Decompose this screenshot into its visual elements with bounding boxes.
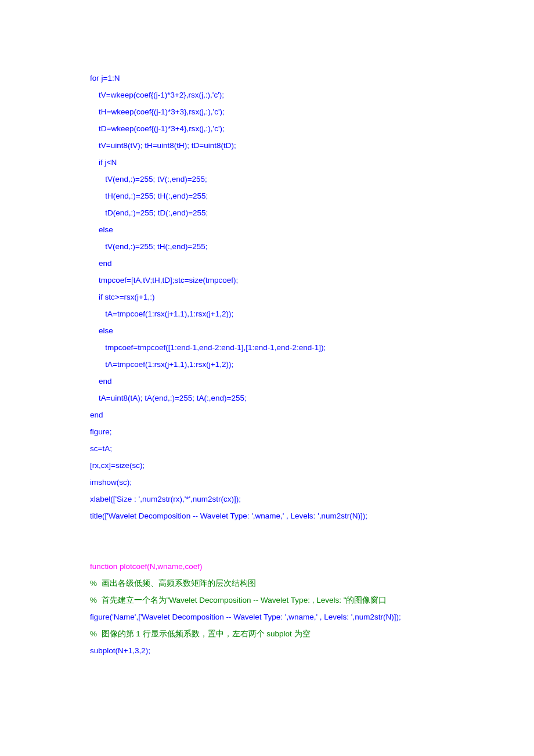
code-line: if stc>=rsx(j+1,:) <box>90 289 444 305</box>
code-line: sc=tA; <box>90 440 444 457</box>
code-line: else <box>90 221 444 238</box>
code-line: tD(end,:)=255; tD(:,end)=255; <box>90 204 444 221</box>
code-line: end <box>90 373 444 390</box>
code-line: if j<N <box>90 154 444 171</box>
blank-line <box>90 524 444 541</box>
code-line: tA=tmpcoef(1:rsx(j+1,1),1:rsx(j+1,2)); <box>90 356 444 373</box>
code-line: tV=wkeep(coef{(j-1)*3+2},rsx(j,:),'c'); <box>90 87 444 103</box>
code-page: for j=1:N tV=wkeep(coef{(j-1)*3+2},rsx(j… <box>0 0 534 705</box>
code-line: imshow(sc); <box>90 474 444 491</box>
code-line: end <box>90 406 444 423</box>
code-line: function plotcoef(N,wname,coef) <box>90 558 444 575</box>
code-line: tmpcoef=tmpcoef([1:end-1,end-2:end-1],[1… <box>90 339 444 356</box>
code-line: xlabel(['Size : ',num2str(rx),'*',num2st… <box>90 491 444 507</box>
code-line: for j=1:N <box>90 70 444 87</box>
code-line: tH=wkeep(coef{(j-1)*3+3},rsx(j,:),'c'); <box>90 103 444 120</box>
code-line: tmpcoef=[tA,tV;tH,tD];stc=size(tmpcoef); <box>90 272 444 289</box>
code-line: tA=tmpcoef(1:rsx(j+1,1),1:rsx(j+1,2)); <box>90 305 444 322</box>
code-line: tA=uint8(tA); tA(end,:)=255; tA(:,end)=2… <box>90 390 444 406</box>
blank-line <box>90 541 444 558</box>
code-line: figure('Name',['Wavelet Decomposition --… <box>90 609 444 625</box>
comment-line: % 画出各级低频、高频系数矩阵的层次结构图 <box>90 575 444 592</box>
code-line: tH(end,:)=255; tH(:,end)=255; <box>90 188 444 204</box>
code-line: tV(end,:)=255; tV(:,end)=255; <box>90 171 444 188</box>
code-line: figure; <box>90 423 444 440</box>
code-line: title(['Wavelet Decomposition -- Wavelet… <box>90 507 444 524</box>
code-line: end <box>90 255 444 272</box>
code-line: [rx,cx]=size(sc); <box>90 457 444 474</box>
code-line: tD=wkeep(coef{(j-1)*3+4},rsx(j,:),'c'); <box>90 120 444 137</box>
code-line: subplot(N+1,3,2); <box>90 642 444 659</box>
code-line: else <box>90 322 444 339</box>
comment-line: % 图像的第 1 行显示低频系数，置中，左右两个 subplot 为空 <box>90 625 444 642</box>
code-line: tV(end,:)=255; tH(:,end)=255; <box>90 238 444 255</box>
comment-line: % 首先建立一个名为"Wavelet Decomposition -- Wave… <box>90 592 444 609</box>
code-line: tV=uint8(tV); tH=uint8(tH); tD=uint8(tD)… <box>90 137 444 154</box>
